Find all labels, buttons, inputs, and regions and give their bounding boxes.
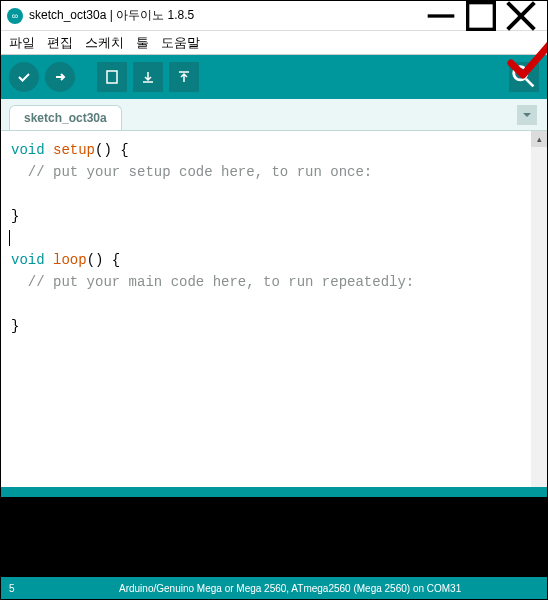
minimize-button[interactable] <box>421 2 461 30</box>
new-sketch-button[interactable] <box>97 62 127 92</box>
menu-edit[interactable]: 편집 <box>47 34 73 52</box>
arduino-logo-icon: ∞ <box>7 8 23 24</box>
svg-line-6 <box>526 79 534 87</box>
vertical-scrollbar[interactable]: ▴ <box>531 131 547 487</box>
function-name: loop <box>45 252 87 268</box>
message-bar <box>1 487 547 497</box>
status-board-info: Arduino/Genuino Mega or Mega 2560, ATmeg… <box>39 583 539 594</box>
keyword: void <box>11 142 45 158</box>
serial-monitor-button[interactable] <box>509 62 539 92</box>
code-editor[interactable]: void setup() { // put your setup code he… <box>1 131 531 487</box>
open-sketch-button[interactable] <box>133 62 163 92</box>
console-output[interactable] <box>1 497 547 577</box>
verify-button[interactable] <box>9 62 39 92</box>
editor-area: void setup() { // put your setup code he… <box>1 131 547 487</box>
save-sketch-button[interactable] <box>169 62 199 92</box>
code-text: } <box>11 208 19 224</box>
menu-file[interactable]: 파일 <box>9 34 35 52</box>
tab-menu-button[interactable] <box>517 105 537 125</box>
code-text: () { <box>87 252 121 268</box>
status-line-number: 5 <box>9 583 39 594</box>
menu-help[interactable]: 도움말 <box>161 34 200 52</box>
maximize-button[interactable] <box>461 2 501 30</box>
titlebar: ∞ sketch_oct30a | 아두이노 1.8.5 <box>1 1 547 31</box>
menubar: 파일 편집 스케치 툴 도움말 <box>1 31 547 55</box>
arduino-ide-window: ∞ sketch_oct30a | 아두이노 1.8.5 파일 편집 스케치 툴… <box>0 0 548 600</box>
scroll-up-button[interactable]: ▴ <box>531 131 547 147</box>
comment: // put your main code here, to run repea… <box>11 274 414 290</box>
keyword: void <box>11 252 45 268</box>
code-text: } <box>11 318 19 334</box>
tabbar: sketch_oct30a <box>1 99 547 131</box>
menu-sketch[interactable]: 스케치 <box>85 34 124 52</box>
close-button[interactable] <box>501 2 541 30</box>
svg-point-5 <box>514 67 527 80</box>
sketch-tab[interactable]: sketch_oct30a <box>9 105 122 130</box>
menu-tools[interactable]: 툴 <box>136 34 149 52</box>
window-title: sketch_oct30a | 아두이노 1.8.5 <box>29 7 421 24</box>
comment: // put your setup code here, to run once… <box>11 164 372 180</box>
toolbar <box>1 55 547 99</box>
function-name: setup <box>45 142 95 158</box>
code-text: () { <box>95 142 129 158</box>
text-cursor <box>9 230 10 246</box>
window-controls <box>421 2 541 30</box>
statusbar: 5 Arduino/Genuino Mega or Mega 2560, ATm… <box>1 577 547 599</box>
svg-rect-1 <box>468 2 495 29</box>
upload-button[interactable] <box>45 62 75 92</box>
svg-rect-4 <box>107 71 117 83</box>
